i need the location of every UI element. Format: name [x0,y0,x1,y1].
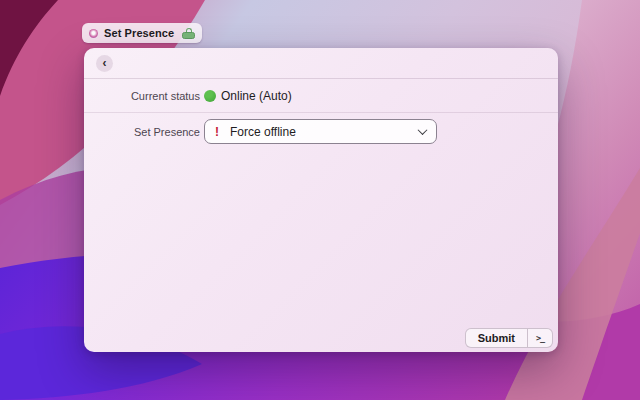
current-status-label: Current status [84,90,200,102]
title-chip-label: Set Presence [104,27,174,39]
current-status-row: Current status Online (Auto) [84,79,558,113]
online-status-icon [204,90,216,102]
warning-icon: ! [215,125,219,139]
chevron-down-icon [418,125,428,135]
back-icon: ‹ [103,56,107,71]
current-status-value: Online (Auto) [221,89,292,103]
set-presence-window: ‹ Current status Online (Auto) Set Prese… [84,48,558,352]
desktop: Set Presence ‹ Current status Online (Au… [0,0,640,400]
lock-body [182,32,195,39]
set-presence-label: Set Presence [84,126,200,138]
submit-button[interactable]: Submit [466,329,527,347]
terminal-icon: >_ [536,333,544,343]
back-button[interactable]: ‹ [96,55,113,72]
window-footer: Submit >_ [465,328,553,348]
set-presence-row: Set Presence ! Force offline [84,119,558,144]
window-header: ‹ [84,48,558,79]
submit-button-group: Submit >_ [465,328,553,348]
lock-icon [182,28,195,39]
title-chip[interactable]: Set Presence [82,23,202,43]
presence-dropdown[interactable]: ! Force offline [204,119,437,144]
presence-dropdown-value: Force offline [230,125,419,139]
terminal-button[interactable]: >_ [527,329,552,347]
flower-icon [89,29,98,38]
